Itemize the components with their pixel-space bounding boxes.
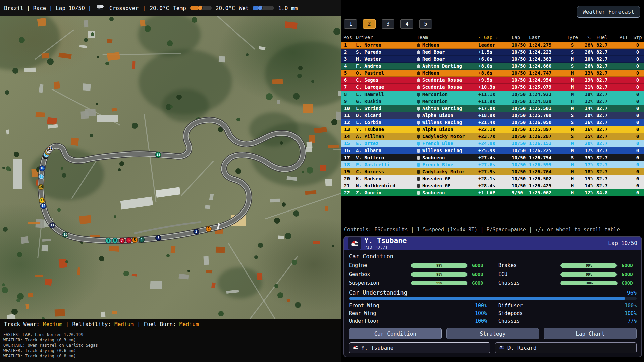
cell-lap: 10/50 [512,161,529,168]
driver-tab-d-ricard[interactable]: D. Ricard [495,342,637,353]
weather-forecast-button[interactable]: Weather Forecast [577,6,640,18]
cell-lap: 10/50 [512,84,529,91]
standings-row-p4[interactable]: 4F. AndrosAshton Darting+8.0s10/501:24.8… [341,63,644,70]
cell-tyre-wear: 20% [582,140,596,147]
track-wear-label: Track Wear: [4,321,40,327]
cell-gap: +28.1s [478,175,512,182]
team-logo-icon [417,149,421,153]
cell-last-time: 1:26.502 [529,175,563,182]
lap-chart-button[interactable]: Lap Chart [544,328,637,339]
cell-stops: 0 [631,112,644,119]
condition-label: Gearbox [349,271,411,277]
standings-row-p19[interactable]: 19C. HurnessCadylacky Motor+27.9s10/501:… [341,168,644,175]
helmet-icon [353,344,359,352]
condition-bar: 99% [560,263,618,268]
map-car-p7: 7 [119,238,125,244]
cell-pit [616,105,631,112]
standings-row-p12[interactable]: 12L. CorbinWillens Racing+21.4s10/501:26… [341,119,644,126]
cell-tyre-wear: 12% [582,98,596,105]
part-value: 100% [475,302,487,309]
standings-row-p15[interactable]: 15E. OrtezFrench Blue+24.9s10/501:26.153… [341,140,644,147]
wetness-slider[interactable] [253,6,274,10]
standings-row-p18[interactable]: 18P. GastrelliFrench Blue+27.6s10/501:26… [341,161,644,168]
standings-row-p14[interactable]: 14A. PillmanCadylacky Motor+23.7s10/501:… [341,133,644,140]
cell-last-time: 1:24.747 [529,70,563,77]
cell-team: Scuderia Rossa [417,84,478,91]
cell-lap: 9/50 [512,189,529,196]
standings-row-p8[interactable]: 8L. HamrellMercurion+11.1s10/501:24.923M… [341,91,644,98]
standings-row-p16[interactable]: 16A. AlbarnWillens Racing+25.9s10/501:26… [341,147,644,154]
driver-position-gap: P13 +0.7s [364,245,407,250]
team-name: McMean [422,42,439,49]
cell-tyre-wear: 12% [582,189,596,196]
condition-brakes: Brakes99%GOOD [498,262,637,269]
column-header-fuel: Fuel [596,34,616,41]
cell-last-time: 1:26.153 [529,140,563,147]
cell-lap: 10/50 [512,168,529,175]
cell-last-time: 1:26.287 [529,133,563,140]
standings-row-p1[interactable]: 1L. NorrenMcMeanLeader10/501:24.275S28%8… [341,42,644,49]
cell-driver: V. Bottero [356,154,417,161]
standings-row-p20[interactable]: 20K. MadsenHossden GP+28.1s10/501:26.502… [341,175,644,182]
condition-pct: 100% [560,281,618,285]
standings-row-p21[interactable]: 21N. HulkhenbirdHossden GP+28.4s10/501:2… [341,182,644,189]
standings-row-p13[interactable]: 13Y. TsubaneAlpha Bison+22.1s10/501:25.8… [341,126,644,133]
standings-row-p5[interactable]: 5O. PastrelMcMean+8.8s10/501:24.747M13%8… [341,70,644,77]
temp-slider[interactable] [190,6,212,10]
car-parts-grid: Front Wing100%Diffuser100%Rear Wing100%S… [349,302,637,325]
cell-team: Alpha Bison [417,112,478,119]
strategy-button[interactable]: Strategy [446,328,539,339]
standings-row-p2[interactable]: 2S. ParedoRed Boar+1.5s10/501:24.223S26%… [341,49,644,56]
cell-position: 19 [341,168,356,175]
team-logo-icon [417,85,421,89]
cell-fuel: 82.7 [596,133,616,140]
column-header-gap[interactable]: ‹ Gap › [478,34,512,41]
standings-row-p9[interactable]: 9G. RuskinMercurion+11.9s10/501:24.829H1… [341,98,644,105]
standings-row-p6[interactable]: 6C. SegasScuderia Rossa+9.5s10/501:24.95… [341,77,644,84]
cell-driver: O. Pastrel [356,70,417,77]
track-map[interactable]: 12345678910111213141516171819202122 [0,16,341,319]
driver-tab-label: D. Ricard [507,345,537,351]
cell-stops: 0 [631,126,644,133]
speed-button-3[interactable]: 3 [382,19,394,29]
cell-tyre: M [563,140,582,147]
standings-row-p10[interactable]: 10L. StrindAshton Darting+17.0s10/501:25… [341,105,644,112]
standings-row-p22[interactable]: 22Z. GuorinSaubrenn+1 LAP9/501:25.062H12… [341,189,644,196]
part-label: Rear Wing [349,310,376,317]
speed-button-2[interactable]: 2 [363,19,376,29]
standings-row-p11[interactable]: 11D. RicardAlpha Bison+18.9s10/501:25.70… [341,112,644,119]
speed-button-4[interactable]: 4 [400,19,413,29]
cell-tyre-wear: 15% [582,175,596,182]
condition-ecu: ECU99%GOOD [498,270,637,278]
cell-driver: L. Strind [356,105,417,112]
speed-button-5[interactable]: 5 [419,19,432,29]
condition-status: GOOD [472,280,483,286]
driver-tab-y-tsubane[interactable]: Y. Tsubane [349,342,490,353]
part-label: Chassis [498,318,520,325]
team-name: Ashton Darting [422,105,462,112]
reliability-label: Reliability: [72,321,111,327]
cell-stops: 0 [631,189,644,196]
cell-last-time: 1:24.275 [529,42,563,49]
standings-row-p7[interactable]: 7C. LaroqueScuderia Rossa+10.3s10/501:25… [341,84,644,91]
team-name: Scuderia Rossa [422,84,462,91]
cell-fuel: 84.8 [596,189,616,196]
cell-driver: S. Paredo [356,49,417,56]
cell-lap: 10/50 [512,49,529,56]
team-logo-icon [417,57,421,61]
column-header-pos: Pos [341,34,356,41]
car-condition-button[interactable]: Car Condition [349,328,442,339]
cell-pit [616,77,631,84]
cell-position: 21 [341,182,356,189]
cell-lap: 10/50 [512,91,529,98]
cell-tyre: S [563,42,582,49]
standings-row-p3[interactable]: 3M. VesterRed Boar+6.0s10/501:24.383H10%… [341,56,644,63]
cell-position: 17 [341,154,356,161]
cell-team: Red Boar [417,49,478,56]
team-logo-icon [417,93,421,97]
cell-lap: 10/50 [512,77,529,84]
log-line: WEATHER: Track drying (0.8 mm) [3,353,337,359]
standings-row-p17[interactable]: 17V. BotteroSaubrenn+27.4s10/501:26.754S… [341,154,644,161]
team-logo-icon [417,43,421,47]
speed-button-1[interactable]: 1 [344,19,357,29]
